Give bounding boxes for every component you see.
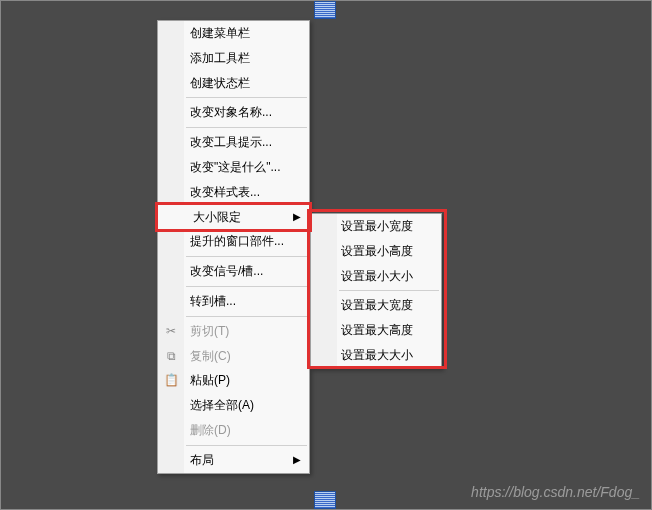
submenu-arrow-icon: ▶ (293, 210, 301, 224)
watermark-text: https://blog.csdn.net/Fdog_ (471, 484, 640, 500)
menu-label: 剪切(T) (190, 323, 229, 340)
menu-item-create-menubar[interactable]: 创建菜单栏 (158, 21, 309, 46)
menu-label: 改变工具提示... (190, 134, 272, 151)
menu-label: 设置最大高度 (341, 322, 413, 339)
menu-label: 创建状态栏 (190, 75, 250, 92)
menu-label: 设置最小大小 (341, 268, 413, 285)
selection-handle-bottom[interactable] (314, 491, 336, 509)
menu-item-layout[interactable]: 布局 ▶ (158, 448, 309, 473)
menu-separator (186, 127, 307, 128)
menu-item-change-objectname[interactable]: 改变对象名称... (158, 100, 309, 125)
menu-item-change-tooltip[interactable]: 改变工具提示... (158, 130, 309, 155)
menu-label: 创建菜单栏 (190, 25, 250, 42)
selection-handle-top[interactable] (314, 1, 336, 19)
menu-label: 粘贴(P) (190, 372, 230, 389)
menu-label: 改变信号/槽... (190, 263, 263, 280)
menu-item-change-signals-slots[interactable]: 改变信号/槽... (158, 259, 309, 284)
menu-item-copy: ⧉ 复制(C) (158, 344, 309, 369)
menu-label: 复制(C) (190, 348, 231, 365)
menu-item-size-constraints[interactable]: 大小限定 ▶ (155, 202, 312, 233)
menu-item-cut: ✂ 剪切(T) (158, 319, 309, 344)
menu-label: 提升的窗口部件... (190, 233, 284, 250)
menu-item-promoted-widgets[interactable]: 提升的窗口部件... (158, 229, 309, 254)
menu-item-goto-slot[interactable]: 转到槽... (158, 289, 309, 314)
menu-separator (186, 256, 307, 257)
menu-separator (186, 286, 307, 287)
submenu-item-max-size[interactable]: 设置最大大小 (311, 343, 441, 368)
menu-separator (186, 445, 307, 446)
menu-label: 改变对象名称... (190, 104, 272, 121)
menu-label: 设置最小高度 (341, 243, 413, 260)
menu-item-change-whatsthis[interactable]: 改变"这是什么"... (158, 155, 309, 180)
menu-separator (186, 316, 307, 317)
size-constraints-submenu: 设置最小宽度 设置最小高度 设置最小大小 设置最大宽度 设置最大高度 设置最大大… (310, 213, 442, 369)
submenu-item-min-height[interactable]: 设置最小高度 (311, 239, 441, 264)
menu-item-add-toolbar[interactable]: 添加工具栏 (158, 46, 309, 71)
menu-label: 改变"这是什么"... (190, 159, 281, 176)
cut-icon: ✂ (163, 323, 179, 339)
menu-item-paste[interactable]: 📋 粘贴(P) (158, 368, 309, 393)
submenu-item-min-size[interactable]: 设置最小大小 (311, 264, 441, 289)
menu-separator (339, 290, 439, 291)
paste-icon: 📋 (163, 373, 179, 389)
submenu-item-min-width[interactable]: 设置最小宽度 (311, 214, 441, 239)
menu-item-delete: 删除(D) (158, 418, 309, 443)
menu-label: 设置最大大小 (341, 347, 413, 364)
menu-label: 选择全部(A) (190, 397, 254, 414)
menu-label: 设置最小宽度 (341, 218, 413, 235)
copy-icon: ⧉ (163, 348, 179, 364)
menu-label: 改变样式表... (190, 184, 260, 201)
menu-separator (186, 97, 307, 98)
submenu-arrow-icon: ▶ (293, 453, 301, 467)
menu-label: 布局 (190, 452, 214, 469)
menu-label: 转到槽... (190, 293, 236, 310)
submenu-item-max-width[interactable]: 设置最大宽度 (311, 293, 441, 318)
menu-item-create-statusbar[interactable]: 创建状态栏 (158, 71, 309, 96)
context-menu: 创建菜单栏 添加工具栏 创建状态栏 改变对象名称... 改变工具提示... 改变… (157, 20, 310, 474)
menu-label: 大小限定 (193, 209, 241, 226)
menu-label: 删除(D) (190, 422, 231, 439)
menu-label: 设置最大宽度 (341, 297, 413, 314)
menu-item-select-all[interactable]: 选择全部(A) (158, 393, 309, 418)
submenu-item-max-height[interactable]: 设置最大高度 (311, 318, 441, 343)
menu-label: 添加工具栏 (190, 50, 250, 67)
